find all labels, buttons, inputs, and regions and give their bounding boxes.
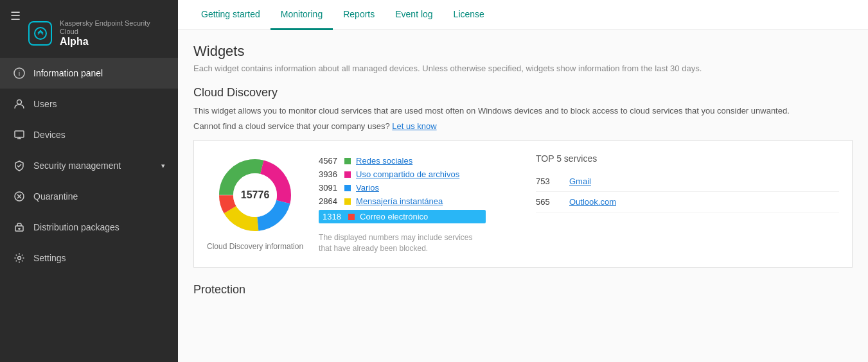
sidebar-item-devices[interactable]: Devices (0, 119, 178, 150)
svg-point-0 (35, 28, 46, 39)
legend-count-correo: 1318 (323, 212, 343, 221)
top5-row-gmail: 753 Gmail (536, 171, 839, 192)
chart-label: Cloud Discovery information (207, 242, 303, 251)
cloud-discovery-box: 15776 Cloud Discovery information 4567 R… (193, 140, 853, 268)
quarantine-icon (13, 190, 26, 203)
tab-getting-started[interactable]: Getting started (191, 0, 270, 30)
legend-item-varios: 3091 Varios (319, 183, 510, 193)
sidebar-item-security-management[interactable]: Security management ▾ (0, 150, 178, 181)
top5-count-outlook: 565 (536, 197, 562, 207)
sidebar-label-users: Users (33, 99, 57, 109)
tab-license[interactable]: License (443, 0, 495, 30)
legend-count-varios: 3091 (319, 183, 339, 193)
sidebar-label-distribution-packages: Distribution packages (33, 222, 120, 232)
information-panel-icon: i (13, 67, 26, 80)
legend-label-varios[interactable]: Varios (356, 183, 379, 193)
legend-label-redes[interactable]: Redes sociales (356, 156, 412, 166)
users-icon (13, 98, 26, 110)
legend-color-archivos (344, 171, 351, 178)
sidebar-item-settings[interactable]: Settings (0, 243, 178, 273)
app-logo (28, 21, 52, 46)
legend-item-correo[interactable]: 1318 Correo electrónico (319, 210, 486, 223)
security-management-chevron-icon: ▾ (161, 162, 165, 170)
sidebar-item-distribution-packages[interactable]: Distribution packages (0, 212, 178, 243)
svg-point-11 (18, 257, 21, 260)
sidebar-label-information-panel: Information panel (33, 68, 103, 78)
top5-title: TOP 5 services (536, 153, 839, 164)
legend-count-mensajeria: 2864 (319, 196, 339, 206)
sidebar-item-quarantine[interactable]: Quarantine (0, 181, 178, 212)
sidebar-item-information-panel[interactable]: i Information panel (0, 58, 178, 89)
sidebar-label-quarantine: Quarantine (33, 191, 78, 202)
app-edition: Alpha (60, 36, 168, 47)
legend-item-archivos: 3936 Uso compartido de archivos (319, 169, 510, 179)
svg-text:i: i (19, 69, 20, 77)
legend-item-mensajeria: 2864 Mensajería instantánea (319, 196, 510, 206)
widgets-title: Widgets (193, 43, 853, 60)
sidebar-label-settings: Settings (33, 253, 66, 263)
cloud-discovery-left: 15776 Cloud Discovery information 4567 R… (207, 153, 510, 254)
tab-bar: Getting started Monitoring Reports Event… (178, 0, 868, 30)
legend-label-correo: Correo electrónico (360, 212, 428, 221)
distribution-packages-icon (13, 221, 26, 234)
legend-color-correo (348, 214, 355, 220)
tab-monitoring[interactable]: Monitoring (270, 0, 333, 30)
top5-count-gmail: 753 (536, 177, 562, 186)
tab-event-log[interactable]: Event log (385, 0, 443, 30)
tab-reports[interactable]: Reports (333, 0, 385, 30)
chart-legend: 4567 Redes sociales 3936 Uso compartido … (319, 156, 510, 223)
sidebar-item-users[interactable]: Users (0, 89, 178, 119)
settings-icon (13, 252, 26, 264)
cloud-discovery-desc1: This widget allows you to monitor cloud … (193, 105, 853, 117)
top5-link-gmail[interactable]: Gmail (569, 177, 591, 186)
cloud-discovery-title: Cloud Discovery (193, 86, 853, 99)
app-name: Kaspersky Endpoint Security Cloud (60, 19, 168, 36)
svg-point-3 (17, 100, 22, 105)
donut-center-value: 15776 (241, 189, 270, 201)
hamburger-icon[interactable]: ☰ (10, 9, 21, 23)
top5-row-outlook: 565 Outlook.com (536, 192, 839, 212)
let-us-know-link[interactable]: Let us know (392, 121, 436, 131)
widgets-desc: Each widget contains information about a… (193, 64, 853, 73)
legend-count-redes: 4567 (319, 156, 339, 166)
security-management-icon (13, 159, 26, 172)
donut-chart: 15776 (213, 153, 297, 237)
protection-title: Protection (193, 283, 853, 297)
svg-rect-4 (15, 131, 24, 137)
legend-label-mensajeria[interactable]: Mensajería instantánea (356, 196, 443, 206)
legend-color-mensajeria (344, 198, 351, 205)
legend-item-redes: 4567 Redes sociales (319, 156, 510, 166)
chart-note: The displayed numbers may include servic… (319, 232, 473, 254)
legend-label-archivos[interactable]: Uso compartido de archivos (356, 169, 459, 179)
sidebar-label-security-management: Security management (33, 160, 121, 171)
top5-link-outlook[interactable]: Outlook.com (569, 197, 616, 207)
cloud-discovery-desc2: Cannot find a cloud service that your co… (193, 120, 853, 133)
legend-count-archivos: 3936 (319, 169, 339, 179)
legend-color-redes (344, 158, 351, 164)
devices-icon (13, 128, 26, 141)
legend-color-varios (344, 185, 351, 191)
sidebar-nav: i Information panel Users D (0, 58, 178, 273)
sidebar-label-devices: Devices (33, 130, 66, 140)
top5-panel: TOP 5 services 753 Gmail 565 Outlook.com (536, 153, 839, 254)
